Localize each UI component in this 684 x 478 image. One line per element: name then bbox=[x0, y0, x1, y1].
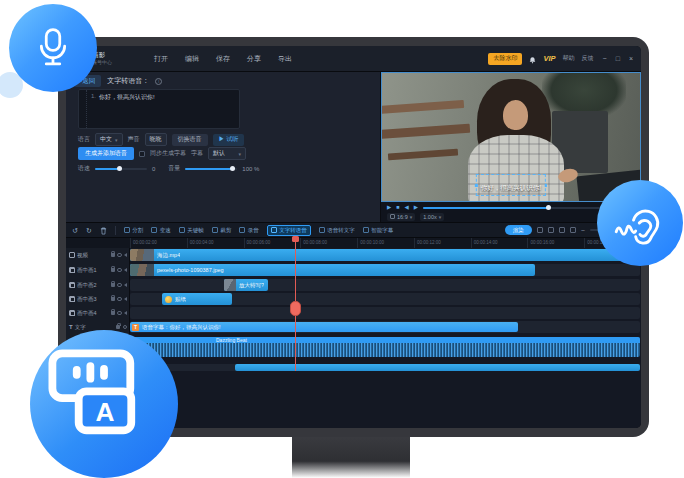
aspect-ratio-select[interactable]: 16:9▾ bbox=[387, 213, 415, 221]
tool-text-to-speech[interactable]: 文字转语音 bbox=[267, 225, 311, 236]
trash-icon[interactable] bbox=[100, 221, 107, 239]
sync-subtitle-checkbox[interactable] bbox=[139, 151, 145, 157]
volume-slider[interactable] bbox=[185, 168, 237, 170]
next-frame-icon[interactable]: ▶ bbox=[414, 205, 418, 211]
titlebar-right: 去除水印 VIP 帮助 反馈 − □ × bbox=[488, 50, 633, 68]
ruler-tick: 00:00:10:00 bbox=[357, 238, 414, 248]
menu-item-edit[interactable]: 编辑 bbox=[185, 54, 199, 64]
voice-field[interactable]: 晓晓 bbox=[145, 133, 167, 146]
mixer-icon[interactable] bbox=[570, 227, 576, 233]
eye-icon[interactable] bbox=[117, 253, 122, 258]
feedback-link[interactable]: 反馈 bbox=[582, 54, 594, 63]
subtitle-overlay[interactable]: 你好，很高兴认识你! bbox=[476, 174, 546, 196]
speed-slider-knob[interactable] bbox=[117, 166, 122, 171]
volume-slider-knob[interactable] bbox=[230, 166, 235, 171]
minimize-button[interactable]: − bbox=[603, 55, 607, 62]
render-button[interactable]: 渲染 bbox=[505, 225, 532, 235]
snap-icon[interactable] bbox=[548, 227, 554, 233]
track-manage-icon[interactable] bbox=[559, 227, 565, 233]
tool-speed[interactable]: 变速 bbox=[151, 227, 171, 234]
tool-speech-to-text[interactable]: 语音转文字 bbox=[319, 227, 355, 234]
monitor-stand bbox=[292, 436, 410, 478]
zoom-out-icon[interactable]: − bbox=[581, 227, 585, 234]
playhead-grip[interactable] bbox=[290, 301, 301, 316]
mute-icon[interactable] bbox=[124, 253, 127, 257]
menu-item-share[interactable]: 分享 bbox=[247, 54, 261, 64]
eye-icon[interactable] bbox=[117, 311, 122, 316]
pip3-clip[interactable]: 贴纸 bbox=[162, 293, 232, 305]
play-icon[interactable]: ▶ bbox=[387, 205, 391, 211]
maximize-button[interactable]: □ bbox=[616, 55, 620, 62]
video-clip[interactable]: 海边.mp4 bbox=[130, 249, 640, 261]
line-number: 1. bbox=[91, 93, 96, 125]
lock-icon[interactable] bbox=[111, 297, 115, 301]
ruler-tick: 00:00:14:00 bbox=[471, 238, 528, 248]
crop-icon bbox=[212, 227, 218, 233]
track-lane bbox=[130, 307, 640, 319]
close-button[interactable]: × bbox=[629, 55, 633, 62]
chevron-down-icon: ▾ bbox=[410, 214, 413, 220]
mute-icon[interactable] bbox=[124, 268, 127, 272]
selection-handle[interactable] bbox=[475, 184, 478, 187]
listening-badge bbox=[597, 180, 683, 266]
mute-icon[interactable] bbox=[124, 297, 127, 301]
text-clip[interactable]: T 语音字幕：你好，很高兴认识你! bbox=[130, 322, 518, 332]
stop-icon[interactable]: ■ bbox=[396, 205, 399, 211]
tool-crop[interactable]: 裁剪 bbox=[212, 227, 232, 234]
person-face bbox=[503, 100, 528, 130]
zoom-level-select[interactable]: 1.00x▾ bbox=[420, 213, 444, 221]
tool-record[interactable]: 录音 bbox=[239, 227, 259, 234]
eye-icon[interactable] bbox=[123, 325, 128, 330]
audio-clip[interactable]: Dazzling Beat bbox=[130, 337, 640, 357]
redo-icon[interactable]: ↻ bbox=[86, 227, 92, 234]
tool-split[interactable]: 分割 bbox=[124, 227, 144, 234]
bell-icon[interactable] bbox=[529, 50, 536, 68]
eye-icon[interactable] bbox=[117, 268, 122, 273]
clip-thumbnail bbox=[130, 249, 154, 261]
keyframe-icon bbox=[179, 227, 185, 233]
audition-button[interactable]: ▶ 试听 bbox=[213, 134, 245, 146]
remove-watermark-button[interactable]: 去除水印 bbox=[488, 53, 522, 65]
ruler-tick: 00:00:12:00 bbox=[414, 238, 471, 248]
lock-icon[interactable] bbox=[111, 311, 115, 315]
speed-slider[interactable] bbox=[95, 168, 147, 170]
tool-auto-subtitle[interactable]: 智能字幕 bbox=[363, 227, 394, 234]
eye-icon[interactable] bbox=[117, 297, 122, 302]
mute-icon[interactable] bbox=[124, 311, 127, 315]
menu-item-open[interactable]: 打开 bbox=[154, 54, 168, 64]
tool-keyframe[interactable]: 关键帧 bbox=[179, 227, 204, 234]
pip-track-icon bbox=[69, 267, 75, 273]
lock-icon[interactable] bbox=[116, 325, 120, 329]
selection-handle[interactable] bbox=[545, 184, 548, 187]
seek-knob[interactable] bbox=[546, 205, 551, 210]
line-number-gutter bbox=[79, 90, 87, 128]
previous-frame-icon[interactable]: ◀ bbox=[405, 205, 409, 211]
timeline-ruler[interactable]: 00:00:02:00 00:00:04:00 00:00:06:00 00:0… bbox=[66, 238, 641, 248]
help-link[interactable]: 帮助 bbox=[563, 54, 575, 63]
seek-slider[interactable] bbox=[423, 207, 624, 209]
switch-voice-button[interactable]: 切换语音 bbox=[172, 134, 208, 146]
marker-icon[interactable] bbox=[537, 227, 543, 233]
info-icon[interactable]: i bbox=[155, 78, 162, 85]
vip-badge[interactable]: VIP bbox=[543, 54, 555, 63]
eye-icon[interactable] bbox=[117, 283, 122, 288]
tts-text-input[interactable]: 1. 你好，很高兴认识你! bbox=[78, 89, 240, 129]
volume-value: 100 % bbox=[242, 166, 259, 172]
generate-voice-button[interactable]: 生成并添加语音 bbox=[78, 147, 134, 160]
undo-icon[interactable]: ↺ bbox=[72, 227, 78, 234]
menu-item-export[interactable]: 导出 bbox=[278, 54, 292, 64]
microphone-badge bbox=[9, 4, 97, 92]
language-select[interactable]: 中文▾ bbox=[95, 133, 123, 146]
video-track-icon bbox=[69, 252, 75, 258]
lock-icon[interactable] bbox=[111, 283, 115, 287]
lock-icon[interactable] bbox=[111, 268, 115, 272]
mute-icon[interactable] bbox=[124, 283, 127, 287]
menu-item-save[interactable]: 保存 bbox=[216, 54, 230, 64]
subtitle-select[interactable]: 默认▾ bbox=[208, 147, 246, 160]
playhead-marker[interactable] bbox=[292, 236, 299, 242]
pip1-clip[interactable]: pexels-photo-1090387.jpeg bbox=[130, 264, 535, 276]
sticker-thumbnail bbox=[165, 296, 172, 303]
text-to-speech-icon bbox=[271, 227, 277, 233]
pip2-clip[interactable]: 放大特写? bbox=[224, 279, 268, 291]
lock-icon[interactable] bbox=[111, 253, 115, 257]
